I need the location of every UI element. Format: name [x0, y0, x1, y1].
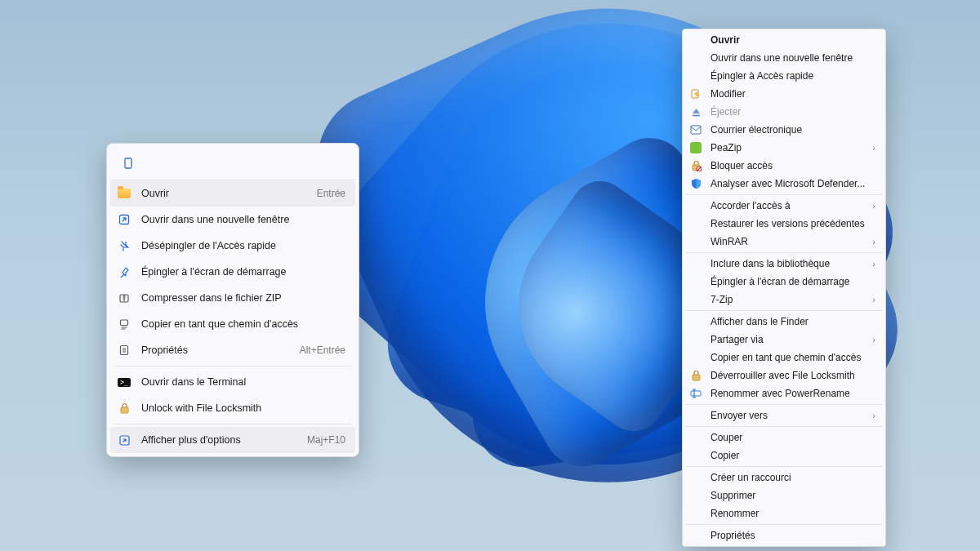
- blank-icon: [689, 257, 702, 270]
- blank-icon: [689, 431, 702, 444]
- menu-item[interactable]: Copier: [684, 447, 884, 464]
- menu-item[interactable]: Courrier électronique: [684, 121, 884, 139]
- svg-rect-13: [691, 391, 701, 396]
- menu-item[interactable]: Partager via›: [684, 331, 884, 349]
- menu-item[interactable]: Bloquer accès: [684, 157, 884, 175]
- menu-item[interactable]: Inclure dans la bibliothèque›: [684, 255, 884, 273]
- menu-item[interactable]: Couper: [684, 429, 884, 447]
- properties-icon: [117, 343, 131, 358]
- menu-item[interactable]: Copier en tant que chemin d'accès: [110, 311, 355, 337]
- menu-item-label: Partager via: [710, 334, 864, 345]
- menu-item[interactable]: Créer un raccourci: [684, 469, 884, 487]
- menu-item[interactable]: Supprimer: [684, 487, 884, 504]
- menu-item-shortcut: Alt+Entrée: [300, 344, 345, 356]
- menu-item-label: Propriétés: [710, 530, 875, 541]
- edit-icon: [689, 87, 702, 100]
- menu-item-label: Désépingler de l'Accès rapide: [141, 240, 345, 251]
- eject-icon: [689, 105, 702, 118]
- menu-item-label: PeaZip: [710, 142, 864, 153]
- rename-icon: [689, 387, 702, 400]
- menu-item[interactable]: Accorder l'accès à›: [684, 197, 884, 215]
- menu-item[interactable]: Envoyer vers›: [684, 407, 884, 424]
- menu-item-label: Supprimer: [710, 490, 875, 501]
- svg-rect-3: [121, 320, 128, 326]
- menu-item-label: Déverrouiller avec File Locksmith: [710, 370, 875, 381]
- menu-separator: [686, 194, 882, 195]
- menu-item: Éjecter: [684, 103, 884, 121]
- submenu-arrow-icon: ›: [872, 259, 875, 269]
- menu-item-label: Unlock with File Locksmith: [141, 402, 345, 414]
- copy-path-icon: [122, 157, 135, 170]
- menu-item[interactable]: Modifier: [684, 85, 884, 103]
- pin-icon: [117, 264, 131, 279]
- menu-item[interactable]: PeaZip›: [684, 139, 884, 157]
- menu-separator: [686, 426, 882, 427]
- menu-item-label: Afficher plus d'options: [141, 434, 297, 446]
- menu-item[interactable]: Ouvrir: [684, 31, 884, 49]
- menu-item-label: WinRAR: [710, 236, 864, 247]
- blank-icon: [689, 315, 702, 328]
- menu-item-label: 7-Zip: [710, 294, 864, 305]
- peazip-icon: [689, 141, 702, 154]
- menu-item[interactable]: Épingler à Accès rapide: [684, 67, 884, 85]
- menu-item[interactable]: Copier en tant que chemin d'accès: [684, 349, 884, 367]
- menu-separator: [686, 310, 882, 311]
- menu-separator: [114, 366, 352, 367]
- mail-icon: [689, 123, 702, 136]
- blank-icon: [689, 275, 702, 288]
- more-icon: [117, 433, 131, 447]
- menu-item-label: Épingler à l'écran de démarrage: [141, 266, 345, 278]
- blank-icon: [689, 529, 702, 542]
- blank-icon: [689, 409, 702, 422]
- context-menu-classic: OuvrirOuvrir dans une nouvelle fenêtreÉp…: [682, 29, 886, 547]
- lock-icon: [117, 401, 131, 415]
- menu-item-label: Créer un raccourci: [710, 472, 875, 483]
- menu-item-label: Renommer: [710, 508, 875, 519]
- menu-item[interactable]: Unlock with File Locksmith: [110, 395, 355, 421]
- menu-item-label: Éjecter: [710, 106, 875, 118]
- svg-rect-12: [693, 375, 700, 380]
- menu-separator: [686, 252, 882, 253]
- open-external-icon: [117, 212, 131, 227]
- menu-item[interactable]: Désépingler de l'Accès rapide: [110, 233, 355, 259]
- shield-icon: [689, 177, 702, 190]
- blank-icon: [689, 471, 702, 484]
- submenu-arrow-icon: ›: [872, 295, 875, 304]
- menu-item[interactable]: >_Ouvrir dans le Terminal: [110, 369, 355, 395]
- menu-item[interactable]: Épingler à l'écran de démarrage: [110, 259, 355, 285]
- menu-item[interactable]: Analyser avec Microsoft Defender...: [684, 175, 884, 193]
- menu-item[interactable]: Ouvrir dans une nouvelle fenêtre: [110, 207, 355, 233]
- menu-item-label: Propriétés: [141, 344, 290, 356]
- menu-item[interactable]: Renommer: [684, 504, 884, 522]
- menu-item-label: Envoyer vers: [710, 410, 864, 421]
- blank-icon: [689, 235, 702, 248]
- toolbar-copy-path-button[interactable]: [117, 152, 140, 175]
- blank-icon: [689, 489, 702, 502]
- menu-item[interactable]: Restaurer les versions précédentes: [684, 215, 884, 233]
- menu-item-label: Analyser avec Microsoft Defender...: [710, 178, 875, 189]
- menu-item-label: Inclure dans la bibliothèque: [710, 258, 864, 269]
- menu-item[interactable]: Ouvrir dans une nouvelle fenêtre: [684, 49, 884, 67]
- menu-item[interactable]: WinRAR›: [684, 233, 884, 251]
- blank-icon: [689, 69, 702, 82]
- menu-item[interactable]: OuvrirEntrée: [110, 180, 355, 207]
- menu-item-label: Copier en tant que chemin d'accès: [141, 318, 345, 330]
- menu-item-label: Compresser dans le fichier ZIP: [141, 292, 345, 304]
- menu-item-label: Restaurer les versions précédentes: [710, 218, 875, 229]
- menu-item[interactable]: Déverrouiller avec File Locksmith: [684, 367, 884, 384]
- blank-icon: [689, 449, 702, 462]
- menu-item[interactable]: Épingler à l'écran de démarrage: [684, 273, 884, 291]
- context-menu-toolbar: [110, 147, 355, 180]
- unpin-icon: [117, 238, 131, 253]
- menu-item[interactable]: Propriétés: [684, 527, 884, 544]
- menu-separator: [114, 424, 352, 424]
- menu-item[interactable]: Afficher dans le Finder: [684, 313, 884, 331]
- menu-item[interactable]: Compresser dans le fichier ZIP: [110, 285, 355, 311]
- menu-item-label: Couper: [710, 432, 875, 443]
- menu-item-label: Modifier: [710, 88, 875, 100]
- menu-item[interactable]: Afficher plus d'optionsMaj+F10: [110, 427, 355, 453]
- menu-item[interactable]: 7-Zip›: [684, 291, 884, 309]
- menu-separator: [686, 524, 882, 525]
- menu-item[interactable]: Renommer avec PowerRename: [684, 384, 884, 402]
- menu-item[interactable]: PropriétésAlt+Entrée: [110, 337, 355, 363]
